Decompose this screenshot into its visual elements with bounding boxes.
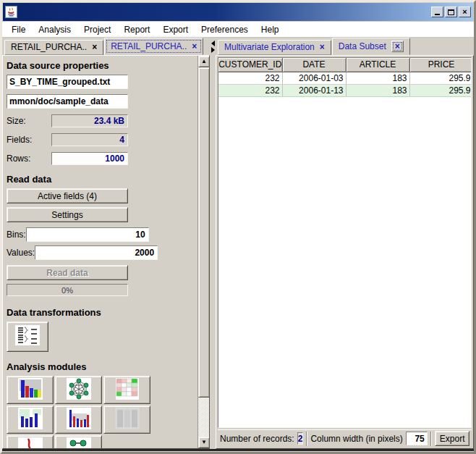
- left-panel: RETAIL_PURCHA.. × RETAIL_PURCHA.. × Data…: [2, 38, 210, 449]
- bins-input[interactable]: [26, 227, 149, 242]
- path-field[interactable]: [7, 94, 128, 109]
- filename-field[interactable]: [7, 75, 128, 89]
- column-header-price[interactable]: PRICE: [409, 58, 472, 72]
- java-app-icon: [5, 6, 17, 18]
- tab-close-icon[interactable]: ×: [320, 43, 325, 51]
- menu-item-analysis[interactable]: Analysis: [32, 23, 77, 36]
- minimize-button[interactable]: [431, 7, 443, 17]
- records-label: Number of records:: [220, 434, 294, 444]
- export-button[interactable]: Export: [435, 431, 470, 446]
- fields-row: Fields: 4: [7, 133, 128, 146]
- transformations-header: Data transformations: [7, 307, 195, 318]
- collapse-left-icon[interactable]: [211, 41, 215, 46]
- records-count: 2: [297, 432, 304, 445]
- analysis-module-grid: [7, 376, 158, 448]
- module-sequence-button[interactable]: [55, 435, 102, 448]
- values-input[interactable]: [35, 245, 158, 260]
- tab-multivariate-exploration[interactable]: Multivariate Exploration ×: [218, 40, 331, 55]
- data-source-header: Data source properties: [7, 60, 195, 71]
- tab-label: Data Subset: [339, 41, 386, 51]
- module-histogram-button[interactable]: [7, 405, 54, 434]
- table-row[interactable]: 232 2006-01-03 183 295.9: [218, 72, 472, 84]
- menu-item-file[interactable]: File: [5, 23, 32, 36]
- menu-item-report[interactable]: Report: [117, 23, 156, 36]
- table-row[interactable]: 232 2006-01-13 183 295.9: [218, 84, 472, 96]
- main-area: RETAIL_PURCHA.. × RETAIL_PURCHA.. × Data…: [2, 38, 474, 451]
- title-bar[interactable]: ×: [3, 3, 473, 21]
- minimize-icon: [435, 14, 440, 15]
- left-panel-scrollbar: ▲ ▼: [197, 56, 209, 448]
- rows-value: 1000: [51, 152, 128, 165]
- scrollbar-track[interactable]: [198, 398, 209, 437]
- group-lines-icon: [15, 325, 40, 348]
- tab-close-icon[interactable]: ×: [92, 43, 97, 51]
- tab-label: RETAIL_PURCHA..: [111, 41, 187, 51]
- fields-label: Fields:: [7, 135, 51, 145]
- module-barchart-button[interactable]: [7, 376, 54, 404]
- close-button[interactable]: ×: [459, 7, 471, 17]
- close-icon: ×: [462, 8, 467, 16]
- table-header-row: CUSTOMER_ID DATE ARTICLE PRICE: [218, 58, 472, 72]
- footer-separator: [430, 432, 432, 446]
- network-graph-icon: [67, 378, 91, 403]
- module-gray-table-button[interactable]: [103, 405, 150, 434]
- bins-row: Bins:: [7, 227, 128, 242]
- tab-close-icon[interactable]: ×: [192, 42, 197, 51]
- tab-retail-purchases-1[interactable]: RETAIL_PURCHA.. ×: [4, 40, 103, 55]
- maximize-icon: [448, 9, 454, 15]
- menu-bar: File Analysis Project Report Export Pref…: [2, 22, 474, 38]
- right-tab-bar: Multivariate Exploration × Data Subset ×: [216, 38, 474, 55]
- footer-separator: [306, 432, 307, 446]
- fields-value: 4: [51, 133, 128, 146]
- menu-item-preferences[interactable]: Preferences: [195, 23, 255, 36]
- tab-close-icon: ×: [395, 42, 400, 51]
- data-transformation-button[interactable]: [7, 321, 48, 352]
- scrollbar-up-button[interactable]: ▲: [198, 56, 210, 67]
- column-header-customer-id[interactable]: CUSTOMER_ID: [218, 58, 282, 72]
- module-matrix-button[interactable]: [103, 376, 150, 404]
- read-data-header: Read data: [7, 174, 195, 185]
- left-tab-bar: RETAIL_PURCHA.. × RETAIL_PURCHA.. ×: [2, 38, 210, 55]
- column-header-date[interactable]: DATE: [282, 58, 346, 72]
- tab-label: RETAIL_PURCHA..: [11, 42, 87, 52]
- cell-article: 183: [346, 72, 409, 84]
- cell-article: 183: [346, 84, 409, 96]
- scrollbar-down-button[interactable]: ▼: [198, 437, 210, 448]
- tab-retail-purchases-2[interactable]: RETAIL_PURCHA.. ×: [104, 38, 203, 55]
- bins-label: Bins:: [7, 230, 26, 240]
- size-value: 23.4 kB: [51, 114, 128, 127]
- tab-label: Multivariate Exploration: [224, 42, 315, 52]
- left-panel-content: Data source properties Size: 23.4 kB Fie…: [3, 56, 197, 448]
- tab-data-subset[interactable]: Data Subset ×: [332, 38, 410, 55]
- menu-item-project[interactable]: Project: [77, 23, 117, 36]
- module-curve-plot-button[interactable]: [7, 435, 54, 448]
- tab-close-button[interactable]: ×: [391, 41, 404, 52]
- read-progressbar: 0%: [7, 284, 128, 296]
- module-network-button[interactable]: [55, 376, 102, 404]
- split-divider[interactable]: [210, 38, 216, 449]
- cell-customer-id: 232: [218, 84, 282, 96]
- rows-row: Rows: 1000: [7, 152, 128, 165]
- read-data-button[interactable]: Read data: [7, 265, 128, 280]
- sequence-arrow-icon: [67, 437, 91, 449]
- rows-label: Rows:: [7, 154, 51, 164]
- active-fields-button[interactable]: Active fields (4): [7, 188, 128, 203]
- maximize-button[interactable]: [445, 7, 457, 17]
- cell-customer-id: 232: [218, 72, 282, 84]
- table-footer-bar: Number of records: 2 Column width (in pi…: [218, 429, 472, 447]
- scrollbar-thumb[interactable]: [198, 67, 210, 398]
- column-width-input[interactable]: [406, 432, 428, 445]
- curve-plot-icon: [18, 437, 43, 449]
- menu-item-help[interactable]: Help: [255, 23, 286, 36]
- menu-item-export[interactable]: Export: [156, 23, 195, 36]
- app-window: × File Analysis Project Report Export Pr…: [0, 0, 476, 454]
- settings-button[interactable]: Settings: [7, 207, 128, 222]
- left-panel-body: Data source properties Size: 23.4 kB Fie…: [2, 55, 210, 449]
- collapse-right-icon[interactable]: [211, 47, 215, 53]
- cell-price: 295.9: [409, 72, 472, 84]
- column-header-article[interactable]: ARTICLE: [346, 58, 409, 72]
- data-table: CUSTOMER_ID DATE ARTICLE PRICE 232 2006-…: [218, 58, 472, 97]
- module-grouped-bars-button[interactable]: [55, 405, 102, 434]
- arrow-up-icon: ▲: [201, 59, 207, 64]
- values-label: Values:: [7, 248, 35, 258]
